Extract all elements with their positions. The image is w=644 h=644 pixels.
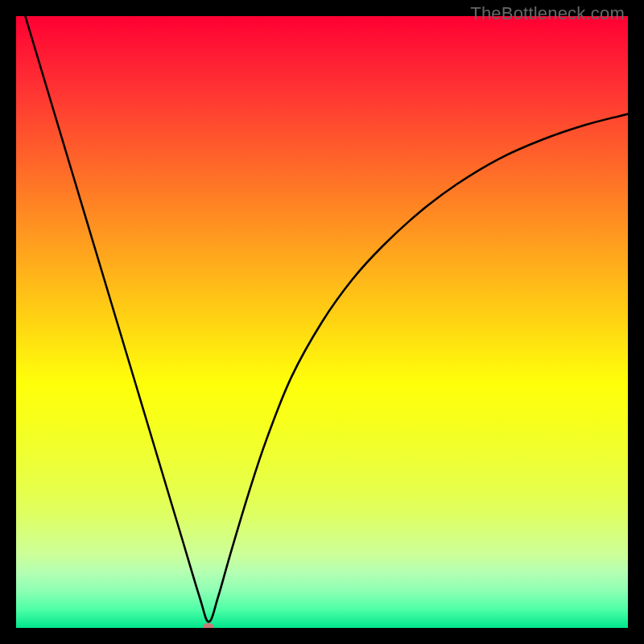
watermark-label: TheBottleneck.com	[470, 3, 625, 24]
minimum-marker	[203, 623, 214, 628]
curve-svg	[16, 16, 628, 628]
bottleneck-curve	[16, 16, 628, 621]
plot-area	[16, 16, 628, 628]
chart-frame: TheBottleneck.com	[0, 0, 644, 644]
